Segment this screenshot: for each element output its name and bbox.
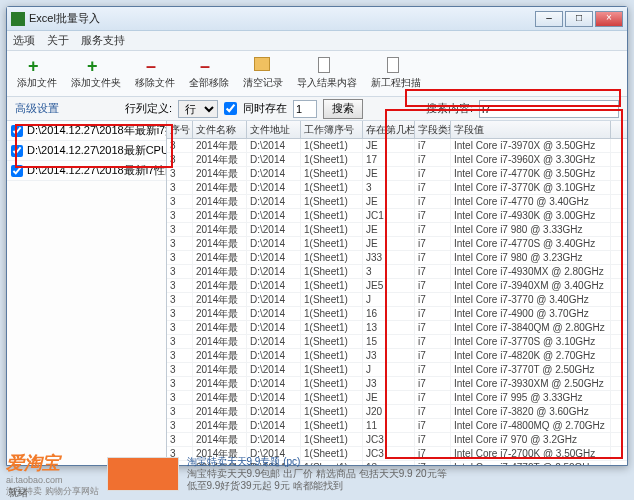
table-cell: D:\2014	[247, 377, 301, 390]
table-cell: 2014年最	[193, 307, 247, 320]
table-row[interactable]: 32014年最D:\20141(Sheet1)JEi7Intel Core i7…	[167, 195, 627, 209]
scan-button[interactable]: 新工程扫描	[367, 55, 425, 92]
menu-options[interactable]: 选项	[13, 33, 35, 48]
status-bar: 就绪	[8, 486, 28, 500]
table-row[interactable]: 32014年最D:\20141(Sheet1)JEi7Intel Core i7…	[167, 223, 627, 237]
table-cell: 1(Sheet1)	[301, 279, 363, 292]
table-row[interactable]: 32014年最D:\20141(Sheet1)17i7Intel Core i7…	[167, 153, 627, 167]
table-cell: Intel Core i7-3960X @ 3.30GHz	[451, 153, 611, 166]
table-row[interactable]: 32014年最D:\20141(Sheet1)J20i7Intel Core i…	[167, 405, 627, 419]
table-row[interactable]: 32014年最D:\20141(Sheet1)J3i7Intel Core i7…	[167, 377, 627, 391]
table-cell: 2014年最	[193, 195, 247, 208]
file-list-item[interactable]: D:\2014.12.27\2018年最新i7排	[7, 121, 166, 141]
table-cell: 2014年最	[193, 377, 247, 390]
file-checkbox[interactable]	[11, 165, 23, 177]
table-cell: J	[363, 363, 415, 376]
table-cell: 3	[167, 321, 193, 334]
column-header[interactable]: 文件地址	[247, 121, 301, 138]
clear-record-button[interactable]: 清空记录	[239, 55, 287, 92]
table-row[interactable]: 32014年最D:\20141(Sheet1)Ji7Intel Core i7-…	[167, 363, 627, 377]
column-header[interactable]: 工作簿序号	[301, 121, 363, 138]
column-header[interactable]: 存在第几栏	[363, 121, 415, 138]
table-row[interactable]: 32014年最D:\20141(Sheet1)JC3i7Intel Core i…	[167, 433, 627, 447]
file-list-item[interactable]: D:\2014.12.27\2018最新CPU排	[7, 141, 166, 161]
toolbar: +添加文件 +添加文件夹 –移除文件 –全部移除 清空记录 导入结果内容 新工程…	[7, 51, 627, 97]
table-cell: i7	[415, 237, 451, 250]
table-row[interactable]: 32014年最D:\20141(Sheet1)13i7Intel Core i7…	[167, 321, 627, 335]
column-header[interactable]: 字段类型	[415, 121, 451, 138]
grid-body[interactable]: 32014年最D:\20141(Sheet1)JEi7Intel Core i7…	[167, 139, 627, 465]
menu-support[interactable]: 服务支持	[81, 33, 125, 48]
table-cell: Intel Core i7-4770 @ 3.40GHz	[451, 195, 611, 208]
remove-file-button[interactable]: –移除文件	[131, 55, 179, 92]
maximize-button[interactable]: □	[565, 11, 593, 27]
column-header[interactable]: 字段值	[451, 121, 611, 138]
table-cell: i7	[415, 209, 451, 222]
table-cell: 1(Sheet1)	[301, 335, 363, 348]
table-row[interactable]: 32014年最D:\20141(Sheet1)11i7Intel Core i7…	[167, 419, 627, 433]
table-row[interactable]: 32014年最D:\20141(Sheet1)JC1i7Intel Core i…	[167, 209, 627, 223]
table-cell: Intel Core i7-3940XM @ 3.40GHz	[451, 279, 611, 292]
table-row[interactable]: 32014年最D:\20141(Sheet1)JEi7Intel Core i7…	[167, 139, 627, 153]
table-cell: D:\2014	[247, 363, 301, 376]
table-row[interactable]: 32014年最D:\20141(Sheet1)JE5i7Intel Core i…	[167, 279, 627, 293]
table-cell: J3	[363, 349, 415, 362]
table-cell: 1(Sheet1)	[301, 405, 363, 418]
table-row[interactable]: 32014年最D:\20141(Sheet1)Ji7Intel Core i7-…	[167, 293, 627, 307]
close-button[interactable]: ×	[595, 11, 623, 27]
titlebar[interactable]: Excel批量导入 – □ ×	[7, 7, 627, 31]
table-cell: 3	[167, 237, 193, 250]
file-list-item[interactable]: D:\2014.12.27\2018最新i7性能	[7, 161, 166, 181]
column-header[interactable]: 文件名称	[193, 121, 247, 138]
file-checkbox[interactable]	[11, 145, 23, 157]
table-cell: 3	[167, 335, 193, 348]
file-checkbox[interactable]	[11, 125, 23, 137]
table-cell: JE	[363, 195, 415, 208]
table-cell: i7	[415, 307, 451, 320]
table-cell: i7	[415, 153, 451, 166]
ad-thumbnail[interactable]	[107, 457, 179, 491]
search-button[interactable]: 搜索	[323, 99, 363, 119]
table-row[interactable]: 32014年最D:\20141(Sheet1)JEi7Intel Core i7…	[167, 167, 627, 181]
table-cell: 2014年最	[193, 167, 247, 180]
table-cell: J33	[363, 251, 415, 264]
row-select[interactable]: 行	[178, 100, 218, 118]
table-cell: 2014年最	[193, 139, 247, 152]
table-cell: 1(Sheet1)	[301, 195, 363, 208]
column-header[interactable]: 序号	[167, 121, 193, 138]
table-cell: i7	[415, 167, 451, 180]
same-exist-checkbox[interactable]	[224, 102, 237, 115]
table-cell: i7	[415, 433, 451, 446]
table-row[interactable]: 32014年最D:\20141(Sheet1)16i7Intel Core i7…	[167, 307, 627, 321]
table-cell: 2014年最	[193, 293, 247, 306]
table-row[interactable]: 32014年最D:\20141(Sheet1)15i7Intel Core i7…	[167, 335, 627, 349]
table-cell: i7	[415, 181, 451, 194]
table-cell: D:\2014	[247, 335, 301, 348]
table-cell: 2014年最	[193, 279, 247, 292]
file-list-pane[interactable]: D:\2014.12.27\2018年最新i7排D:\2014.12.27\20…	[7, 121, 167, 465]
table-cell: Intel Core i7-4930MX @ 2.80GHz	[451, 265, 611, 278]
table-cell: 2014年最	[193, 391, 247, 404]
ad-title: 淘宝特卖天天9.9专题 (pc)	[187, 456, 447, 468]
table-row[interactable]: 32014年最D:\20141(Sheet1)JEi7Intel Core i7…	[167, 237, 627, 251]
search-input[interactable]	[479, 100, 619, 118]
advanced-label[interactable]: 高级设置	[15, 101, 59, 116]
table-cell: JE	[363, 223, 415, 236]
table-row[interactable]: 32014年最D:\20141(Sheet1)J3i7Intel Core i7…	[167, 349, 627, 363]
table-row[interactable]: 32014年最D:\20141(Sheet1)3i7Intel Core i7-…	[167, 265, 627, 279]
table-cell: JE	[363, 237, 415, 250]
table-cell: 3	[167, 195, 193, 208]
add-file-button[interactable]: +添加文件	[13, 55, 61, 92]
result-grid[interactable]: 序号文件名称文件地址工作簿序号存在第几栏字段类型字段值 32014年最D:\20…	[167, 121, 627, 465]
table-row[interactable]: 32014年最D:\20141(Sheet1)3i7Intel Core i7-…	[167, 181, 627, 195]
export-result-button[interactable]: 导入结果内容	[293, 55, 361, 92]
minimize-button[interactable]: –	[535, 11, 563, 27]
menu-about[interactable]: 关于	[47, 33, 69, 48]
add-folder-button[interactable]: +添加文件夹	[67, 55, 125, 92]
remove-all-button[interactable]: –全部移除	[185, 55, 233, 92]
table-cell: 3	[167, 181, 193, 194]
table-row[interactable]: 32014年最D:\20141(Sheet1)J33i7Intel Core i…	[167, 251, 627, 265]
col-range-input[interactable]	[293, 100, 317, 118]
table-cell: Intel Core i7-3770 @ 3.40GHz	[451, 293, 611, 306]
table-row[interactable]: 32014年最D:\20141(Sheet1)JEi7Intel Core i7…	[167, 391, 627, 405]
